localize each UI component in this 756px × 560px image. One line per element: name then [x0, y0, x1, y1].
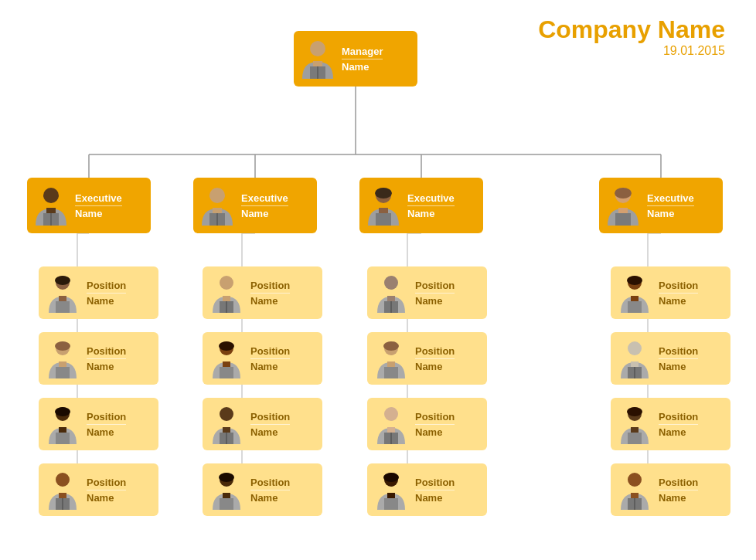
position-card-4-2[interactable]: Position Name	[611, 332, 730, 385]
svg-rect-61	[56, 433, 70, 444]
manager-text: Manager Name	[342, 46, 383, 73]
p4-2-title: Position	[659, 345, 698, 359]
p1-2-avatar	[43, 338, 82, 379]
position-card-2-4[interactable]: Position Name	[203, 463, 322, 516]
p1-1-avatar	[43, 272, 82, 314]
manager-title: Manager	[342, 46, 383, 59]
p2-1-text: Position Name	[250, 280, 290, 307]
p2-2-title: Position	[250, 345, 290, 359]
executive-node-3: Executive Name	[359, 178, 483, 233]
exec4-name: Name	[647, 208, 694, 219]
p2-3-text: Position Name	[250, 411, 290, 438]
p3-4-text: Position Name	[415, 477, 455, 504]
p2-2-text: Position Name	[250, 345, 290, 372]
exec2-text: Executive Name	[241, 192, 288, 219]
position-card-3-2[interactable]: Position Name	[367, 332, 487, 385]
p3-2-text: Position Name	[415, 345, 455, 372]
position-card-2-3[interactable]: Position Name	[203, 398, 322, 450]
p4-4-text: Position Name	[659, 477, 698, 504]
p1-4-title: Position	[87, 477, 126, 490]
svg-point-47	[615, 188, 632, 199]
position-node-2-2: Position Name	[203, 332, 322, 385]
position-node-4-3: Position Name	[611, 398, 730, 450]
svg-point-74	[220, 407, 233, 421]
svg-rect-81	[220, 498, 233, 510]
executive-node-1: Executive Name	[27, 178, 151, 233]
p1-2-text: Position Name	[87, 345, 126, 372]
p4-2-text: Position Name	[659, 345, 698, 372]
company-date: 19.01.2015	[538, 44, 725, 58]
p1-1-title: Position	[87, 280, 126, 294]
manager-name: Name	[342, 61, 383, 73]
position-card-1-1[interactable]: Position Name	[39, 266, 158, 319]
executive-node-2: Executive Name	[193, 178, 317, 233]
p4-3-avatar	[615, 403, 654, 445]
p1-2-name: Name	[87, 361, 126, 372]
position-card-1-3[interactable]: Position Name	[39, 398, 158, 450]
position-card-1-2[interactable]: Position Name	[39, 332, 158, 385]
position-card-3-1[interactable]: Position Name	[367, 266, 487, 319]
exec3-text: Executive Name	[407, 192, 455, 219]
exec1-text: Executive Name	[75, 192, 122, 219]
p1-4-text: Position Name	[87, 477, 126, 504]
p4-3-name: Name	[659, 426, 698, 438]
position-card-3-3[interactable]: Position Name	[367, 398, 487, 450]
position-card-2-1[interactable]: Position Name	[203, 266, 322, 319]
position-card-4-4[interactable]: Position Name	[611, 463, 730, 516]
svg-point-38	[209, 188, 225, 203]
svg-rect-89	[384, 367, 398, 378]
manager-card[interactable]: Manager Name	[294, 31, 417, 87]
p3-1-name: Name	[415, 295, 455, 307]
p3-1-avatar	[372, 272, 410, 314]
p1-1-name: Name	[87, 295, 126, 307]
svg-point-43	[375, 188, 392, 199]
p2-3-avatar	[207, 403, 246, 445]
position-node-3-1: Position Name	[367, 266, 487, 319]
p4-4-avatar	[615, 469, 654, 511]
position-node-2-1: Position Name	[203, 266, 322, 319]
p4-4-name: Name	[659, 492, 698, 504]
p2-4-text: Position Name	[250, 477, 290, 504]
svg-rect-45	[376, 213, 391, 226]
company-name: Company Name	[538, 15, 725, 44]
svg-point-71	[219, 341, 234, 351]
p3-4-name: Name	[415, 492, 455, 504]
executive-card-2[interactable]: Executive Name	[193, 178, 317, 233]
p3-4-avatar	[372, 469, 410, 511]
position-node-3-2: Position Name	[367, 332, 487, 385]
p2-3-title: Position	[250, 411, 290, 425]
position-node-2-3: Position Name	[203, 398, 322, 450]
position-card-2-2[interactable]: Position Name	[203, 332, 322, 385]
p1-3-avatar	[43, 403, 82, 445]
p4-2-name: Name	[659, 361, 698, 372]
svg-point-110	[628, 473, 642, 487]
svg-point-51	[55, 276, 70, 285]
company-header: Company Name 19.01.2015	[538, 15, 725, 58]
p4-1-avatar	[615, 272, 654, 314]
position-card-4-3[interactable]: Position Name	[611, 398, 730, 450]
svg-point-95	[383, 473, 399, 482]
svg-point-79	[219, 473, 234, 482]
p4-3-title: Position	[659, 411, 698, 425]
svg-point-30	[310, 41, 325, 56]
p3-1-text: Position Name	[415, 280, 455, 307]
svg-point-107	[627, 407, 642, 416]
position-card-4-1[interactable]: Position Name	[611, 266, 730, 319]
position-node-1-4: Position Name	[39, 463, 158, 516]
executive-card-1[interactable]: Executive Name	[27, 178, 151, 233]
p3-3-avatar	[372, 403, 410, 445]
position-card-3-4[interactable]: Position Name	[367, 463, 487, 516]
svg-rect-73	[220, 367, 233, 378]
executive-card-3[interactable]: Executive Name	[359, 178, 483, 233]
p2-3-name: Name	[250, 426, 290, 438]
position-node-4-4: Position Name	[611, 463, 730, 516]
p3-2-avatar	[372, 338, 410, 379]
p3-3-title: Position	[415, 411, 455, 425]
p2-2-name: Name	[250, 361, 290, 372]
exec2-title: Executive	[241, 192, 288, 206]
position-node-4-1: Position Name	[611, 266, 730, 319]
p3-1-title: Position	[415, 280, 455, 294]
p2-1-avatar	[207, 272, 246, 314]
position-card-1-4[interactable]: Position Name	[39, 463, 158, 516]
executive-card-4[interactable]: Executive Name	[599, 178, 723, 233]
